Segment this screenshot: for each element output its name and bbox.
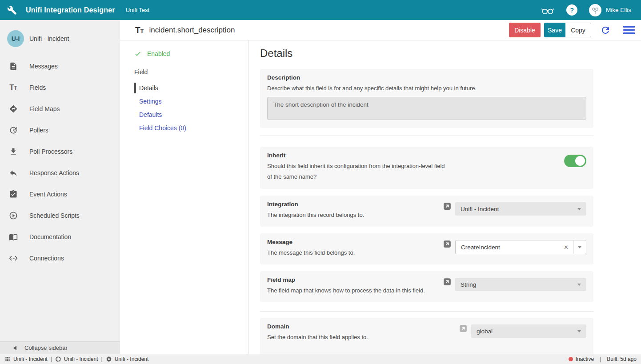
reply-arrow-icon — [9, 168, 18, 177]
refresh-icon — [600, 25, 611, 36]
sidebar-item-label: Messages — [29, 63, 58, 70]
sidebar-item-label: Poll Processors — [29, 148, 72, 155]
history-clock-icon — [9, 126, 18, 135]
book-icon — [9, 232, 18, 241]
message-value[interactable]: CreateIncident — [456, 244, 559, 251]
crumb-label: Unifi - Incident — [64, 356, 98, 362]
sidebar-item-label: Documentation — [29, 233, 71, 240]
field-map-help: The field map that knows how to process … — [267, 286, 425, 295]
inherit-help-line1: Should this field inherit its configurat… — [267, 162, 445, 171]
page-title: Details — [260, 47, 593, 60]
copy-button[interactable]: Copy — [565, 23, 591, 37]
chevron-down-icon — [577, 330, 581, 332]
subnav-item-settings[interactable]: Settings — [134, 95, 223, 108]
text-fields-icon: TT — [9, 83, 18, 92]
collapse-arrow-icon — [13, 346, 16, 350]
description-card: Description Describe what this field is … — [260, 69, 593, 128]
sidebar-item-documentation[interactable]: Documentation — [0, 226, 120, 248]
sidebar: U-I Unifi - Incident Messages TT Fields … — [0, 20, 120, 354]
sidebar-item-connections[interactable]: Connections — [0, 248, 120, 269]
sidebar-item-label: Pollers — [29, 127, 48, 134]
content-area: Enabled Field Details Settings Defaults … — [120, 40, 641, 354]
sidebar-integration-header[interactable]: U-I Unifi - Incident — [0, 20, 120, 51]
app-subtitle: Unifi Test — [126, 7, 149, 13]
message-help: The message this field belongs to. — [267, 248, 355, 257]
enabled-label: Enabled — [147, 50, 170, 57]
sidebar-item-scheduled-scripts[interactable]: Scheduled Scripts — [0, 205, 120, 226]
sidebar-item-label: Scheduled Scripts — [29, 212, 80, 219]
top-header: Unifi Integration Designer Unifi Test ? … — [0, 0, 641, 20]
dropdown-toggle[interactable] — [573, 240, 586, 254]
chevron-down-icon — [577, 208, 581, 210]
open-record-icon[interactable] — [443, 240, 451, 248]
subnav-item-defaults[interactable]: Defaults — [134, 108, 223, 121]
integration-card: Integration The integration this record … — [260, 196, 593, 227]
crumb-label: Unifi - Incident — [115, 356, 149, 362]
statusbar-crumb-application[interactable]: Unifi - Incident — [4, 356, 48, 362]
sidebar-item-poll-processors[interactable]: Poll Processors — [0, 141, 120, 162]
description-textarea[interactable] — [267, 97, 586, 120]
user-menu[interactable]: Mike Ellis — [589, 4, 631, 16]
gear-icon — [106, 356, 112, 362]
user-name: Mike Ellis — [606, 7, 631, 13]
statusbar-crumb-integration[interactable]: Unifi - Incident — [55, 356, 98, 362]
separator: | — [597, 356, 604, 362]
play-circle-icon — [9, 211, 18, 220]
avatar-icon — [589, 4, 601, 16]
clear-icon[interactable]: ✕ — [559, 244, 573, 251]
message-card: Message The message this field belongs t… — [260, 233, 593, 264]
sidebar-item-event-actions[interactable]: Event Actions — [0, 184, 120, 205]
description-label: Description — [267, 74, 586, 81]
subnav-item-details[interactable]: Details — [134, 81, 223, 95]
inherit-card: Inherit Should this field inherit its co… — [260, 147, 593, 189]
hamburger-menu-icon[interactable] — [623, 26, 635, 34]
domain-select: global — [471, 324, 586, 338]
message-combobox[interactable]: CreateIncident ✕ — [455, 240, 586, 254]
domain-card: Domain Set the domain that this field ap… — [260, 318, 593, 354]
help-icon[interactable]: ? — [566, 4, 577, 16]
refresh-button[interactable] — [600, 25, 611, 36]
chevron-down-icon — [578, 246, 581, 248]
subnav-item-field-choices[interactable]: Field Choices (0) — [134, 121, 223, 135]
inherit-help-line2: of the same name? — [267, 172, 445, 181]
statusbar-crumb-settings[interactable]: Unifi - Incident — [106, 356, 149, 362]
description-help: Describe what this field is for and any … — [267, 84, 586, 93]
built-label: Built: 5d ago — [607, 356, 637, 362]
sidebar-item-label: Event Actions — [29, 191, 67, 198]
divider — [260, 136, 593, 136]
integration-label: Integration — [267, 201, 364, 208]
open-record-icon[interactable] — [443, 202, 451, 210]
donut-wheel-icon — [55, 356, 61, 362]
inherit-label: Inherit — [267, 152, 445, 159]
inherit-toggle[interactable] — [564, 155, 586, 167]
integration-name: Unifi - Incident — [29, 35, 69, 42]
separator: | — [48, 356, 55, 362]
field-map-select: String — [455, 278, 586, 291]
app-title: Unifi Integration Designer — [26, 6, 115, 14]
sidebar-item-field-maps[interactable]: Field Maps — [0, 98, 120, 120]
glasses-icon[interactable] — [541, 5, 555, 16]
record-title: incident.short_description — [149, 26, 235, 35]
sidebar-item-response-actions[interactable]: Response Actions — [0, 162, 120, 184]
disable-button[interactable]: Disable — [509, 23, 541, 37]
sidebar-item-messages[interactable]: Messages — [0, 56, 120, 77]
enabled-status: Enabled — [134, 50, 248, 57]
app-window: Unifi Integration Designer Unifi Test ? … — [0, 0, 641, 364]
open-record-icon[interactable] — [443, 278, 451, 286]
status-bar: Unifi - Incident | Unifi - Incident | Un… — [0, 354, 641, 364]
status-label: Inactive — [576, 356, 594, 362]
crumb-label: Unifi - Incident — [13, 356, 48, 362]
subnav-section-label: Field — [134, 68, 248, 76]
build-status: Inactive | Built: 5d ago — [569, 356, 637, 362]
domain-help: Set the domain that this field applies t… — [267, 333, 368, 342]
record-subnav: Enabled Field Details Settings Defaults … — [120, 40, 249, 354]
collapse-sidebar-button[interactable]: Collapse sidebar — [0, 341, 120, 354]
main-panel: TT incident.short_description Disable Sa… — [120, 20, 641, 354]
document-icon — [9, 62, 18, 71]
separator: | — [98, 356, 106, 362]
save-button[interactable]: Save — [544, 23, 565, 37]
sidebar-item-fields[interactable]: TT Fields — [0, 77, 120, 98]
sidebar-item-label: Connections — [29, 255, 64, 262]
record-toolbar: TT incident.short_description Disable Sa… — [120, 20, 641, 40]
sidebar-item-pollers[interactable]: Pollers — [0, 120, 120, 141]
